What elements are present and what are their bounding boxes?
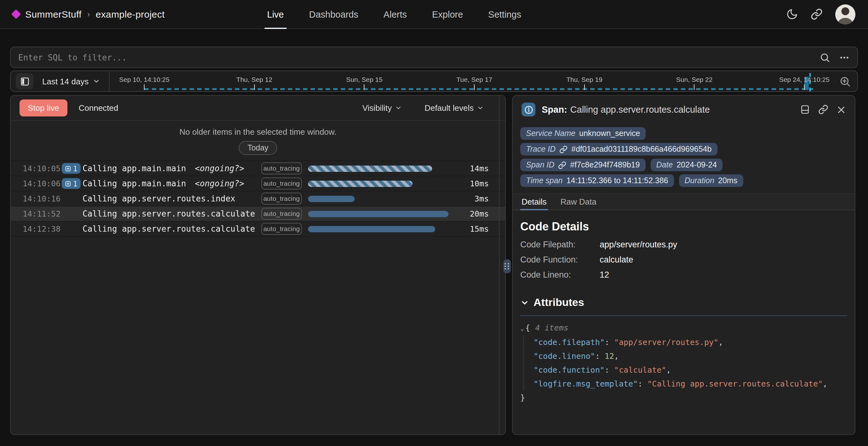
tag-auto-tracing[interactable]: auto_tracing bbox=[261, 193, 302, 204]
code-detail-label: Code Lineno: bbox=[520, 270, 600, 280]
breadcrumb-org[interactable]: SummerStuff bbox=[25, 9, 82, 20]
more-options-button[interactable] bbox=[839, 52, 850, 63]
log-message-text: Calling app.server.routes.index bbox=[83, 194, 235, 203]
chevron-down-icon bbox=[477, 104, 484, 112]
log-message-text: Calling app.main.main bbox=[83, 164, 186, 173]
duration-label: 14ms bbox=[459, 164, 489, 173]
log-timestamp: 14:10:06 bbox=[23, 179, 62, 188]
timeline-tick-label: Thu, Sep 12 bbox=[236, 75, 272, 83]
chevron-down-icon bbox=[395, 104, 402, 112]
duration-bar-track bbox=[308, 180, 459, 187]
link-icon[interactable] bbox=[558, 161, 566, 169]
nav-tab-dashboards[interactable]: Dashboards bbox=[299, 0, 368, 29]
log-badge-column: 1 bbox=[62, 163, 83, 174]
log-row[interactable]: 14:10:051Calling app.main.main<ongoing?>… bbox=[11, 161, 505, 176]
search-button[interactable] bbox=[819, 52, 830, 63]
json-items-note: 4 items bbox=[535, 323, 568, 332]
split-view-button[interactable] bbox=[800, 104, 810, 115]
user-avatar[interactable] bbox=[835, 4, 856, 24]
log-timestamp: 14:11:52 bbox=[23, 209, 62, 218]
attributes-json: ⌄{4 items"code.filepath": "app/server/ro… bbox=[520, 321, 847, 405]
timeline-tick-mark bbox=[254, 84, 255, 90]
copy-link-button[interactable] bbox=[818, 104, 828, 115]
timeline-tick-label: Sep 10, 14:10:25 bbox=[119, 75, 169, 83]
nav-tab-live[interactable]: Live bbox=[257, 0, 294, 29]
child-count-badge[interactable]: 1 bbox=[62, 178, 81, 189]
attributes-section: Attributes ⌄{4 items"code.filepath": "ap… bbox=[513, 285, 855, 405]
share-link-button[interactable] bbox=[811, 8, 823, 20]
nav-tab-settings[interactable]: Settings bbox=[478, 0, 531, 29]
detail-tab-details[interactable]: Details bbox=[520, 194, 548, 210]
timeline-tick-mark bbox=[144, 84, 145, 90]
log-message-text: Calling app.server.routes.calculate bbox=[83, 209, 255, 218]
child-count: 1 bbox=[73, 179, 78, 188]
live-feed-panel: Stop live Connected Visibility Default l… bbox=[10, 95, 506, 435]
filter-actions bbox=[819, 52, 850, 63]
nav-tab-alerts[interactable]: Alerts bbox=[374, 0, 417, 29]
tag-auto-tracing[interactable]: auto_tracing bbox=[261, 223, 302, 235]
json-open-line[interactable]: ⌄{4 items bbox=[520, 321, 847, 336]
breadcrumb-project[interactable]: example-project bbox=[96, 9, 165, 20]
detail-tab-raw-data[interactable]: Raw Data bbox=[559, 194, 598, 210]
json-entry: "code.function": "calculate", bbox=[533, 363, 847, 377]
time-range-bar: Last 14 days Sep 10, 14:10:25Thu, Sep 12… bbox=[10, 70, 858, 92]
expand-icon bbox=[65, 165, 71, 171]
log-timestamp: 14:10:05 bbox=[23, 164, 62, 173]
code-detail-value: app/server/routes.py bbox=[600, 240, 677, 249]
sidebar-toggle-button[interactable] bbox=[16, 73, 33, 89]
today-button[interactable]: Today bbox=[239, 141, 277, 155]
tag-auto-tracing[interactable]: auto_tracing bbox=[261, 208, 302, 220]
link-icon[interactable] bbox=[559, 145, 567, 153]
panel-resize-handle[interactable] bbox=[503, 259, 511, 273]
log-row[interactable]: 14:12:38Calling app.server.routes.calcul… bbox=[11, 222, 505, 237]
attributes-toggle[interactable]: Attributes bbox=[520, 296, 847, 309]
attributes-heading: Attributes bbox=[533, 296, 584, 309]
expand-icon bbox=[65, 180, 71, 187]
log-badge-column: 1 bbox=[62, 178, 83, 189]
log-row[interactable]: 14:10:16Calling app.server.routes.indexa… bbox=[11, 191, 505, 206]
timeline-zoom-button[interactable] bbox=[839, 75, 851, 87]
meta-pill-value: 14:11:52.366 to 14:11:52.386 bbox=[567, 176, 668, 185]
log-row[interactable]: 14:11:52Calling app.server.routes.calcul… bbox=[11, 206, 505, 222]
tag-auto-tracing[interactable]: auto_tracing bbox=[261, 163, 302, 174]
close-panel-button[interactable] bbox=[837, 105, 846, 114]
timeline-activity-dashes bbox=[144, 88, 813, 90]
ongoing-indicator: <ongoing?> bbox=[195, 179, 244, 188]
scrollbar-track[interactable] bbox=[499, 96, 499, 434]
code-detail-value: calculate bbox=[600, 255, 633, 264]
tag-auto-tracing[interactable]: auto_tracing bbox=[261, 178, 302, 189]
log-rows: 14:10:051Calling app.main.main<ongoing?>… bbox=[11, 161, 505, 237]
code-detail-row: Code Function:calculate bbox=[520, 255, 847, 264]
timeline-tick-label: Sun, Sep 22 bbox=[676, 75, 713, 83]
span-meta-row: Time span14:11:52.366 to 14:11:52.386Dur… bbox=[520, 174, 847, 187]
log-message-text: Calling app.main.main bbox=[83, 179, 186, 188]
older-items-text: No older items in the selected time wind… bbox=[11, 127, 505, 137]
child-count-badge[interactable]: 1 bbox=[62, 163, 81, 174]
log-row[interactable]: 14:10:061Calling app.main.main<ongoing?>… bbox=[11, 176, 505, 191]
theme-toggle-button[interactable] bbox=[786, 8, 798, 20]
json-close-line: } bbox=[520, 391, 847, 405]
json-entry: "logfire.msg_template": "Calling app.ser… bbox=[533, 377, 847, 391]
json-entry: "code.lineno": 12, bbox=[533, 349, 847, 363]
duration-bar bbox=[308, 195, 355, 202]
nav-tab-explore[interactable]: Explore bbox=[422, 0, 473, 29]
span-meta-row: Trace ID#df01acad0311189c8b66a466d969654… bbox=[520, 143, 847, 156]
json-children: "code.filepath": "app/server/routes.py",… bbox=[523, 336, 847, 391]
meta-pill-value: 20ms bbox=[718, 176, 737, 185]
sql-filter-input[interactable] bbox=[18, 53, 819, 62]
span-detail-header: Span:Calling app.server.routes.calculate bbox=[513, 96, 855, 123]
timeline-tick-mark bbox=[804, 84, 805, 90]
child-count: 1 bbox=[73, 164, 78, 173]
default-levels-dropdown[interactable]: Default levels bbox=[425, 103, 496, 113]
timeline-chart[interactable]: Sep 10, 14:10:25Thu, Sep 12Sun, Sep 15Tu… bbox=[109, 71, 837, 91]
meta-pill-trace-id: Trace ID#df01acad0311189c8b66a466d969654… bbox=[520, 143, 717, 156]
duration-bar bbox=[308, 180, 412, 187]
chevron-down-icon bbox=[92, 77, 100, 85]
meta-pill-duration: Duration20ms bbox=[679, 174, 743, 187]
stop-live-button[interactable]: Stop live bbox=[20, 99, 67, 117]
duration-label: 20ms bbox=[459, 209, 489, 218]
visibility-dropdown[interactable]: Visibility bbox=[362, 103, 410, 113]
span-actions bbox=[800, 104, 846, 115]
timeline-tick-label: Sun, Sep 15 bbox=[346, 75, 383, 83]
time-range-select[interactable]: Last 14 days bbox=[42, 76, 100, 86]
